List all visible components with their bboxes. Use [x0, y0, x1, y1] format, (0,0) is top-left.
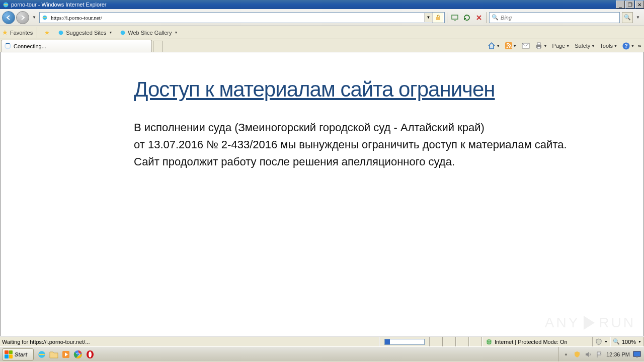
security-zone[interactable]: Internet | Protected Mode: On	[482, 337, 593, 346]
status-message: Waiting for https://i.porno-tour.net/...	[0, 337, 379, 346]
windows-logo-icon	[5, 350, 13, 358]
search-bar[interactable]: 🔍	[489, 12, 620, 23]
chevron-down-icon: ▼	[544, 44, 547, 48]
start-label: Start	[15, 351, 27, 357]
page-heading: Доступ к материалам сайта ограничен	[134, 77, 643, 102]
svg-point-5	[121, 30, 125, 35]
refresh-icon[interactable]	[461, 12, 472, 23]
star-icon: ★	[2, 29, 8, 36]
chevron-down-icon: ▼	[614, 44, 617, 48]
body-line: В исполнении суда (Змеиногорский городск…	[134, 121, 485, 134]
command-bar: ▼ ▼ ▼ Page ▼ Safety ▼ Tools ▼ ? ▼ »	[486, 41, 644, 52]
favorites-label: Favorites	[10, 30, 33, 36]
page-content: Доступ к материалам сайта ограничен В ис…	[1, 52, 643, 170]
web-slice-gallery-link[interactable]: Web Slice Gallery ▼	[117, 28, 180, 37]
page-menu[interactable]: Page ▼	[551, 42, 572, 50]
favorites-button[interactable]: ★ Favorites	[2, 29, 33, 36]
system-tray: « 12:36 PM	[558, 347, 644, 361]
tools-menu[interactable]: Tools ▼	[598, 42, 619, 50]
windows-taskbar: Start « 12:36 PM	[0, 346, 644, 361]
zoom-value: 100%	[622, 339, 636, 345]
back-button[interactable]	[2, 11, 15, 24]
search-input[interactable]	[501, 15, 617, 21]
progress-cell	[379, 337, 430, 346]
chevron-down-icon: ▼	[604, 340, 608, 343]
status-empty-3	[456, 337, 469, 346]
more-commands-icon[interactable]: »	[638, 43, 641, 49]
separator	[37, 27, 37, 38]
chevron-down-icon: ▼	[497, 44, 500, 48]
new-tab-button[interactable]	[153, 41, 163, 52]
ql-chrome-icon[interactable]	[72, 348, 84, 360]
maximize-button[interactable]: ❐	[625, 1, 634, 9]
svg-rect-11	[537, 47, 540, 49]
zoom-icon: 🔍	[613, 338, 620, 345]
svg-text:?: ?	[624, 43, 627, 49]
loading-spinner-icon	[5, 43, 11, 49]
svg-rect-3	[452, 15, 458, 19]
suggested-sites-link[interactable]: Suggested Sites ▼	[55, 28, 114, 37]
content-viewport: Доступ к материалам сайта ограничен В ис…	[0, 52, 644, 336]
zone-label: Internet | Protected Mode: On	[495, 339, 568, 345]
ql-ie-icon[interactable]	[36, 348, 48, 360]
chevron-down-icon: ▼	[566, 44, 570, 48]
tray-monitor-icon[interactable]	[633, 350, 641, 358]
tray-expand-icon[interactable]: «	[562, 350, 570, 358]
body-line: Сайт продолжит работу после решения апел…	[134, 155, 455, 168]
window-title: porno-tour - Windows Internet Explorer	[11, 2, 615, 8]
tray-volume-icon[interactable]	[584, 350, 592, 358]
address-dropdown[interactable]: ▼	[424, 13, 432, 22]
favorites-bar: ★ Favorites ★ Suggested Sites ▼ Web Slic…	[0, 26, 644, 39]
nav-history-dropdown[interactable]: ▼	[32, 15, 36, 20]
close-button[interactable]: ✕	[635, 1, 644, 9]
chevron-down-icon: ▼	[175, 31, 178, 34]
svg-point-22	[89, 351, 92, 357]
compatibility-view-icon[interactable]	[449, 12, 460, 23]
ql-explorer-icon[interactable]	[48, 348, 60, 360]
address-bar[interactable]: ▼	[39, 12, 445, 23]
search-dropdown[interactable]: ▼	[636, 15, 640, 20]
read-mail-button[interactable]	[520, 41, 531, 50]
ie-logo-icon	[2, 1, 9, 8]
chevron-down-icon: ▼	[109, 31, 112, 34]
tab-label: Connecting...	[14, 43, 46, 49]
help-button[interactable]: ? ▼	[621, 41, 636, 51]
tools-menu-label: Tools	[600, 43, 613, 49]
tray-flag-icon[interactable]	[595, 350, 603, 358]
minimize-button[interactable]: _	[616, 1, 625, 9]
lock-icon[interactable]	[432, 13, 443, 23]
add-favorites-icon[interactable]: ★	[41, 27, 52, 38]
browser-tab[interactable]: Connecting...	[1, 40, 152, 52]
page-icon	[41, 14, 49, 22]
status-empty-1	[430, 337, 443, 346]
page-menu-label: Page	[552, 43, 566, 49]
zoom-control[interactable]: 🔍 100% ▼	[610, 337, 644, 346]
print-button[interactable]: ▼	[533, 41, 549, 51]
url-input[interactable]	[51, 15, 424, 21]
svg-point-7	[506, 47, 508, 48]
stop-icon[interactable]	[473, 12, 485, 23]
status-bar: Waiting for https://i.porno-tour.net/...…	[0, 336, 644, 346]
ql-opera-icon[interactable]	[84, 348, 96, 360]
chevron-down-icon: ▼	[631, 44, 634, 48]
chevron-down-icon: ▼	[591, 44, 595, 48]
safety-menu[interactable]: Safety ▼	[573, 42, 596, 50]
chevron-down-icon: ▼	[638, 340, 641, 343]
forward-button[interactable]	[16, 11, 29, 24]
home-button[interactable]: ▼	[486, 41, 502, 51]
ql-media-player-icon[interactable]	[60, 348, 72, 360]
tray-security-icon[interactable]	[573, 350, 581, 358]
start-button[interactable]: Start	[2, 348, 34, 360]
progress-bar	[384, 339, 425, 345]
system-clock[interactable]: 12:36 PM	[606, 351, 630, 357]
svg-rect-10	[537, 43, 540, 45]
feeds-button[interactable]: ▼	[504, 41, 518, 50]
play-triangle-icon	[584, 316, 595, 330]
protected-mode-icon[interactable]: ▼	[593, 337, 610, 346]
fav-item-label: Web Slice Gallery	[128, 30, 172, 36]
status-empty-4	[469, 337, 482, 346]
body-line: от 13.07.2016 № 2-433/2016 мы вынуждены …	[134, 138, 567, 151]
status-empty-2	[443, 337, 456, 346]
safety-menu-label: Safety	[575, 43, 590, 49]
search-go-button[interactable]: 🔍	[622, 12, 633, 23]
